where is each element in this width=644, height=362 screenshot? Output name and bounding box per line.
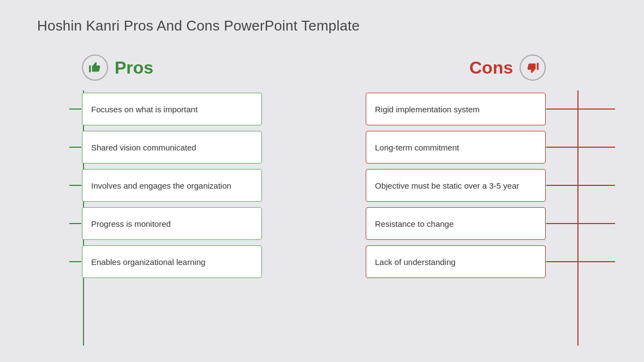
cons-vertical-line bbox=[577, 90, 579, 346]
content-area: Pros Focuses on what is importantShared … bbox=[0, 55, 644, 362]
pros-header: Pros bbox=[82, 55, 153, 81]
thumbs-down-icon bbox=[520, 55, 546, 81]
cons-side: Cons Rigid implementation systemLong-ter… bbox=[344, 55, 644, 362]
cons-list-item: Objective must be static over a 3-5 year bbox=[366, 169, 546, 202]
pros-list-item: Progress is monitored bbox=[82, 207, 262, 240]
pros-list-item: Enables organizational learning bbox=[82, 245, 262, 278]
cons-list-item: Lack of understanding bbox=[366, 245, 546, 278]
cons-items-list: Rigid implementation systemLong-term com… bbox=[366, 93, 546, 278]
cons-list-item: Resistance to change bbox=[366, 207, 546, 240]
pros-items-list: Focuses on what is importantShared visio… bbox=[82, 93, 262, 278]
cons-list-item: Rigid implementation system bbox=[366, 93, 546, 125]
cons-header: Cons bbox=[469, 55, 546, 81]
thumbs-up-icon bbox=[82, 55, 108, 81]
cons-list-item: Long-term commitment bbox=[366, 131, 546, 164]
pros-list-item: Focuses on what is important bbox=[82, 93, 262, 125]
pros-side: Pros Focuses on what is importantShared … bbox=[0, 55, 344, 362]
page-title: Hoshin Kanri Pros And Cons PowerPoint Te… bbox=[37, 17, 360, 34]
pros-label: Pros bbox=[115, 58, 153, 78]
pros-list-item: Shared vision communicated bbox=[82, 131, 262, 164]
pros-list-item: Involves and engages the organization bbox=[82, 169, 262, 202]
cons-label: Cons bbox=[469, 58, 513, 78]
